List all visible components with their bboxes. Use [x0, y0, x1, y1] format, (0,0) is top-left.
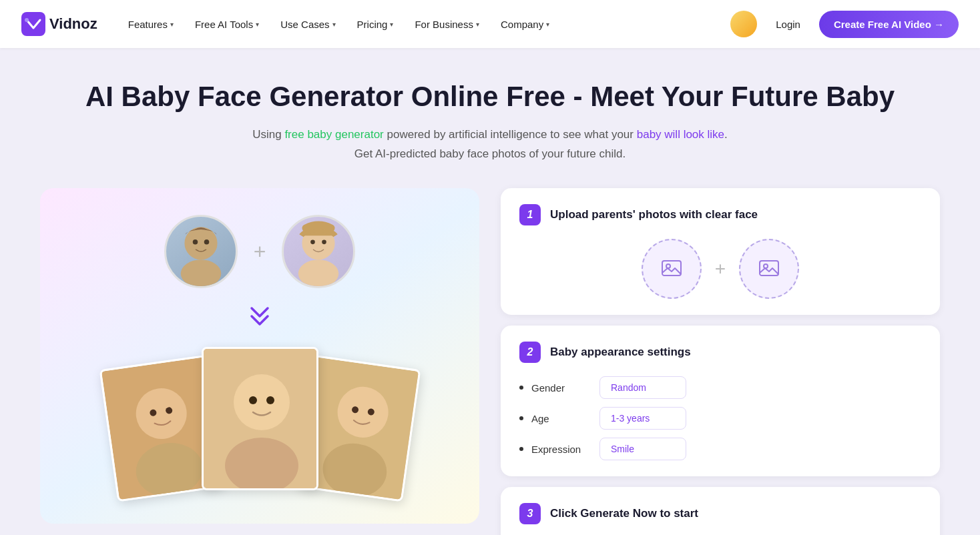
chevron-usecases-icon: ▾ — [332, 21, 336, 28]
gender-row: Gender Random Boy Girl — [519, 376, 921, 399]
step-1-number: 1 — [519, 204, 541, 225]
nav-pricing[interactable]: Pricing ▾ — [348, 13, 403, 35]
svg-rect-25 — [662, 261, 681, 276]
chevron-company-icon: ▾ — [546, 21, 549, 28]
parents-plus-icon: + — [254, 239, 266, 264]
svg-point-26 — [666, 264, 670, 268]
step-3-title: Click Generate Now to start — [550, 507, 698, 520]
svg-rect-27 — [760, 261, 778, 276]
subtitle-line2: Get AI-predicted baby face photos of you… — [354, 147, 626, 160]
logo-icon — [21, 12, 45, 36]
subtitle-text1: Using — [252, 128, 284, 141]
step-3-card: 3 Click Generate Now to start Generate N… — [501, 487, 940, 535]
age-row: Age 1-3 years 3-6 years 6-10 years — [519, 407, 921, 430]
step-2-number: 2 — [519, 342, 541, 363]
main-content: AI Baby Face Generator Online Free - Mee… — [0, 48, 980, 535]
svg-point-7 — [298, 259, 339, 288]
upload-photo-2-button[interactable] — [739, 239, 799, 299]
down-arrows-icon — [245, 304, 274, 334]
chevron-business-icon: ▾ — [476, 21, 479, 28]
step-1-title: Upload parents' photos with clear face — [550, 208, 758, 221]
navbar: Vidnoz Features ▾ Free AI Tools ▾ Use Ca… — [0, 0, 980, 48]
step-3-header: 3 Click Generate Now to start — [519, 503, 921, 524]
svg-point-8 — [311, 240, 316, 245]
svg-point-5 — [204, 239, 209, 245]
baby-photo-center — [202, 347, 318, 490]
nav-company[interactable]: Company ▾ — [491, 13, 559, 35]
user-avatar[interactable] — [730, 11, 757, 37]
father-avatar — [164, 215, 238, 288]
svg-point-28 — [764, 264, 768, 268]
mother-face-svg — [284, 215, 353, 288]
steps-panel: 1 Upload parents' photos with clear face… — [501, 188, 940, 535]
preview-panel: + — [40, 188, 479, 524]
svg-point-1 — [25, 18, 29, 22]
age-label: Age — [531, 413, 591, 424]
baby-2-svg — [204, 349, 318, 490]
gender-bullet — [519, 386, 523, 390]
babies-row — [60, 354, 459, 497]
svg-point-2 — [184, 227, 217, 259]
step-2-title: Baby appearance settings — [550, 346, 691, 359]
step-2-card: 2 Baby appearance settings Gender Random… — [501, 326, 940, 476]
hero-subtitle: Using free baby generator powered by art… — [40, 125, 940, 164]
step-1-card: 1 Upload parents' photos with clear face… — [501, 188, 940, 315]
content-grid: + — [40, 188, 940, 535]
age-select[interactable]: 1-3 years 3-6 years 6-10 years — [599, 407, 686, 430]
expression-row: Expression Smile Neutral Laugh — [519, 438, 921, 460]
father-face-svg — [166, 215, 236, 288]
svg-point-4 — [192, 239, 198, 245]
svg-point-18 — [266, 396, 274, 404]
gender-label: Gender — [531, 382, 591, 394]
step-1-header: 1 Upload parents' photos with clear face — [519, 204, 921, 225]
image-upload-1-icon — [660, 257, 684, 281]
upload-photo-1-button[interactable] — [642, 239, 702, 299]
nav-use-cases[interactable]: Use Cases ▾ — [271, 13, 344, 35]
subtitle-highlight-green: free baby generator — [284, 128, 383, 141]
nav-features[interactable]: Features ▾ — [119, 13, 183, 35]
expression-bullet — [519, 447, 523, 451]
svg-point-9 — [322, 240, 327, 245]
upload-row: + — [519, 239, 921, 299]
nav-links: Features ▾ Free AI Tools ▾ Use Cases ▾ P… — [119, 13, 731, 35]
create-free-video-button[interactable]: Create Free AI Video → — [819, 11, 959, 38]
upload-plus-icon: + — [715, 258, 726, 280]
chevron-features-icon: ▾ — [170, 21, 174, 28]
svg-point-3 — [180, 259, 221, 288]
subtitle-text2: powered by artificial intelligence to se… — [384, 128, 637, 141]
nav-for-business[interactable]: For Business ▾ — [405, 13, 489, 35]
nav-free-ai-tools[interactable]: Free AI Tools ▾ — [186, 13, 268, 35]
svg-point-16 — [234, 374, 290, 430]
expression-label: Expression — [531, 444, 591, 455]
gender-select[interactable]: Random Boy Girl — [599, 376, 686, 399]
mother-avatar — [282, 215, 355, 288]
chevron-pricing-icon: ▾ — [390, 21, 393, 28]
page-title: AI Baby Face Generator Online Free - Mee… — [40, 80, 940, 113]
expression-select[interactable]: Smile Neutral Laugh — [599, 438, 686, 460]
step-2-header: 2 Baby appearance settings — [519, 342, 921, 363]
logo-text: Vidnoz — [49, 15, 97, 33]
login-button[interactable]: Login — [768, 13, 808, 35]
logo[interactable]: Vidnoz — [21, 12, 97, 36]
svg-point-17 — [249, 396, 257, 404]
chevron-tools-icon: ▾ — [256, 21, 259, 28]
nav-right: Login Create Free AI Video → — [730, 11, 959, 38]
svg-rect-0 — [21, 12, 45, 36]
step-3-number: 3 — [519, 503, 541, 524]
subtitle-highlight-purple: baby will look like — [637, 128, 724, 141]
age-bullet — [519, 416, 523, 420]
parents-row: + — [164, 215, 356, 288]
image-upload-2-icon — [757, 257, 781, 281]
